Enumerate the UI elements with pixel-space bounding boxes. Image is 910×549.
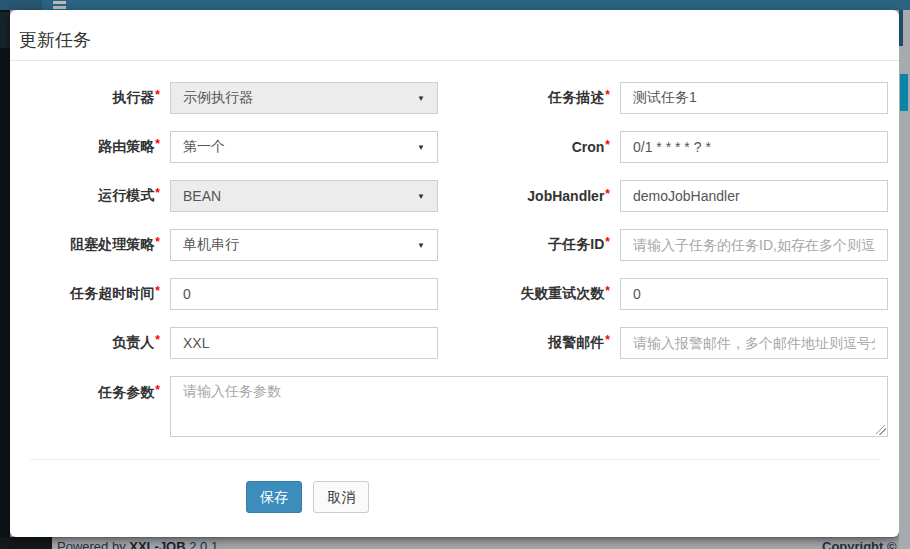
powered-prefix: Powered by xyxy=(57,539,126,549)
form-row: 负责人* 报警邮件* xyxy=(10,327,899,359)
glue-type-label: 运行模式* xyxy=(10,187,170,205)
form-row: 阻塞处理策略* 单机串行 ▼ 子任务ID* xyxy=(10,229,899,261)
cron-input[interactable] xyxy=(620,131,888,163)
required-mark: * xyxy=(155,383,160,397)
required-mark: * xyxy=(155,186,160,200)
cancel-button[interactable]: 取消 xyxy=(313,481,369,513)
required-mark: * xyxy=(605,333,610,347)
alarm-email-label: 报警邮件* xyxy=(448,334,620,352)
top-navbar xyxy=(0,0,910,10)
glue-type-select: BEAN ▼ xyxy=(170,180,438,212)
child-jobid-input[interactable] xyxy=(620,229,888,261)
sidebar-footer-corner xyxy=(0,537,52,549)
scrollbar-thumb[interactable] xyxy=(900,74,908,111)
cron-label: Cron* xyxy=(448,139,620,155)
block-strategy-value: 单机串行 xyxy=(183,236,239,254)
job-handler-label: JobHandler* xyxy=(448,188,620,204)
dropdown-arrow-icon: ▼ xyxy=(417,143,425,152)
required-mark: * xyxy=(155,137,160,151)
sidebar-edge xyxy=(0,10,10,549)
modal-body: 执行器* 示例执行器 ▼ 任务描述* 路由策略* 第一个 ▼ Cron* 运行模… xyxy=(10,61,899,513)
copyright-text: Copyright © 2 xyxy=(822,539,907,549)
required-mark: * xyxy=(605,187,610,201)
author-label: 负责人* xyxy=(10,334,170,352)
form-row: 任务超时时间* 失败重试次数* xyxy=(10,278,899,310)
form-row: 路由策略* 第一个 ▼ Cron* xyxy=(10,131,899,163)
required-mark: * xyxy=(155,284,160,298)
hamburger-bar xyxy=(53,6,66,9)
block-strategy-label: 阻塞处理策略* xyxy=(10,236,170,254)
job-param-label: 任务参数* xyxy=(10,376,170,409)
powered-by-text: Powered by XXL-JOB 2.0.1 xyxy=(57,539,218,549)
executor-select: 示例执行器 ▼ xyxy=(170,82,438,114)
alarm-email-input[interactable] xyxy=(620,327,888,359)
job-handler-input[interactable] xyxy=(620,180,888,212)
child-jobid-label: 子任务ID* xyxy=(448,236,620,254)
navbar-logo-area xyxy=(0,0,42,10)
form-row: 执行器* 示例执行器 ▼ 任务描述* xyxy=(10,82,899,114)
brand-text: XXL-JOB xyxy=(129,539,185,549)
dropdown-arrow-icon: ▼ xyxy=(417,94,425,103)
timeout-label: 任务超时时间* xyxy=(10,285,170,303)
executor-label: 执行器* xyxy=(10,89,170,107)
author-input[interactable] xyxy=(170,327,438,359)
navbar-edge-sliver xyxy=(899,10,903,46)
glue-type-value: BEAN xyxy=(183,188,221,204)
required-mark: * xyxy=(605,235,610,249)
required-mark: * xyxy=(155,88,160,102)
job-param-wrap xyxy=(170,376,888,437)
sidebar-item-highlight xyxy=(0,12,10,48)
dropdown-arrow-icon: ▼ xyxy=(417,241,425,250)
hamburger-bar xyxy=(53,1,66,4)
form-row: 运行模式* BEAN ▼ JobHandler* xyxy=(10,180,899,212)
route-strategy-label: 路由策略* xyxy=(10,138,170,156)
required-mark: * xyxy=(605,88,610,102)
required-mark: * xyxy=(155,235,160,249)
route-strategy-value: 第一个 xyxy=(183,138,225,156)
version-text: 2.0.1 xyxy=(189,539,218,549)
timeout-input[interactable] xyxy=(170,278,438,310)
update-job-modal: 更新任务 执行器* 示例执行器 ▼ 任务描述* 路由策略* 第一个 ▼ Cron… xyxy=(10,10,899,537)
route-strategy-select[interactable]: 第一个 ▼ xyxy=(170,131,438,163)
executor-value: 示例执行器 xyxy=(183,89,253,107)
hamburger-icon[interactable] xyxy=(53,1,66,10)
job-desc-input[interactable] xyxy=(620,82,888,114)
modal-header: 更新任务 xyxy=(10,10,899,61)
job-desc-label: 任务描述* xyxy=(448,89,620,107)
required-mark: * xyxy=(605,284,610,298)
modal-title: 更新任务 xyxy=(19,30,91,50)
job-param-textarea[interactable] xyxy=(170,376,888,437)
block-strategy-select[interactable]: 单机串行 ▼ xyxy=(170,229,438,261)
required-mark: * xyxy=(605,138,610,152)
save-button[interactable]: 保存 xyxy=(246,481,302,513)
fail-retry-input[interactable] xyxy=(620,278,888,310)
scrollbar-track[interactable] xyxy=(899,10,910,549)
required-mark: * xyxy=(155,333,160,347)
fail-retry-label: 失败重试次数* xyxy=(448,285,620,303)
form-row: 任务参数* xyxy=(10,376,899,437)
button-row: 保存 取消 xyxy=(10,460,899,513)
dropdown-arrow-icon: ▼ xyxy=(417,192,425,201)
